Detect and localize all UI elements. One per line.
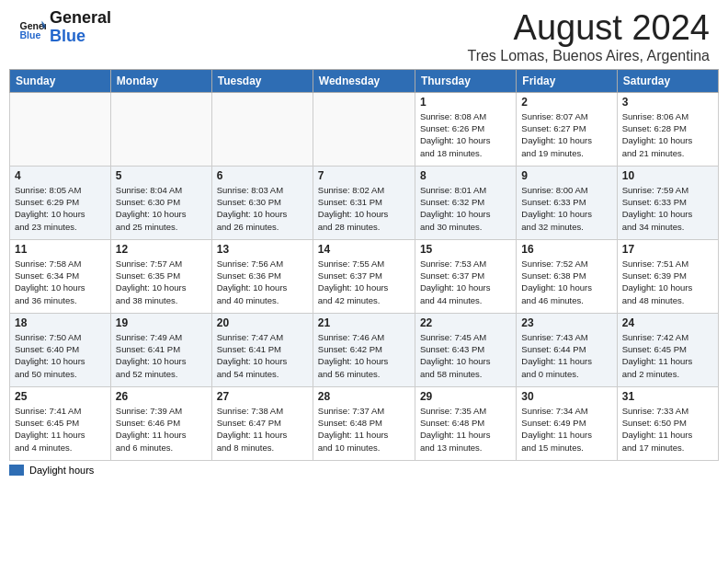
calendar-day-cell: 7Sunrise: 8:02 AM Sunset: 6:31 PM Daylig… (313, 166, 415, 239)
day-info: Sunrise: 8:07 AM Sunset: 6:27 PM Dayligh… (521, 110, 611, 159)
calendar-day-cell: 14Sunrise: 7:55 AM Sunset: 6:37 PM Dayli… (313, 239, 415, 313)
calendar-day-cell: 29Sunrise: 7:35 AM Sunset: 6:48 PM Dayli… (415, 386, 516, 460)
day-number: 23 (521, 316, 611, 329)
day-number: 18 (15, 316, 106, 329)
calendar-day-cell: 2Sunrise: 8:07 AM Sunset: 6:27 PM Daylig… (517, 92, 617, 166)
day-number: 10 (622, 169, 713, 182)
day-info: Sunrise: 8:00 AM Sunset: 6:33 PM Dayligh… (521, 184, 611, 233)
calendar-day-cell: 13Sunrise: 7:56 AM Sunset: 6:36 PM Dayli… (211, 239, 313, 313)
day-info: Sunrise: 7:55 AM Sunset: 6:37 PM Dayligh… (318, 258, 410, 306)
calendar-day-cell: 26Sunrise: 7:39 AM Sunset: 6:46 PM Dayli… (110, 386, 211, 460)
legend-label: Daylight hours (29, 465, 94, 476)
calendar-empty-cell (110, 92, 211, 166)
day-info: Sunrise: 7:51 AM Sunset: 6:39 PM Dayligh… (622, 258, 713, 306)
day-info: Sunrise: 7:56 AM Sunset: 6:36 PM Dayligh… (217, 258, 308, 306)
calendar-empty-cell (313, 92, 415, 166)
day-number: 8 (420, 169, 511, 182)
weekday-header: Friday (517, 69, 617, 92)
day-number: 6 (217, 169, 308, 182)
svg-text:Blue: Blue (20, 29, 41, 40)
calendar-day-cell: 11Sunrise: 7:58 AM Sunset: 6:34 PM Dayli… (10, 239, 111, 313)
day-number: 2 (521, 96, 611, 109)
weekday-header: Saturday (617, 69, 718, 92)
day-info: Sunrise: 7:39 AM Sunset: 6:46 PM Dayligh… (116, 405, 207, 454)
day-info: Sunrise: 7:46 AM Sunset: 6:42 PM Dayligh… (318, 331, 410, 380)
day-number: 16 (521, 243, 611, 256)
header: General Blue General Blue August 2024 Tr… (0, 0, 728, 69)
day-number: 7 (318, 169, 410, 182)
calendar-day-cell: 4Sunrise: 8:05 AM Sunset: 6:29 PM Daylig… (10, 166, 111, 239)
day-info: Sunrise: 7:59 AM Sunset: 6:33 PM Dayligh… (622, 184, 713, 233)
day-info: Sunrise: 7:41 AM Sunset: 6:45 PM Dayligh… (15, 405, 106, 454)
calendar-day-cell: 16Sunrise: 7:52 AM Sunset: 6:38 PM Dayli… (517, 239, 617, 313)
day-number: 31 (622, 390, 713, 403)
logo: General Blue General Blue (18, 9, 111, 46)
weekday-header: Monday (110, 69, 211, 92)
location: Tres Lomas, Buenos Aires, Argentina (467, 48, 710, 64)
day-info: Sunrise: 7:57 AM Sunset: 6:35 PM Dayligh… (116, 258, 207, 306)
weekday-header: Sunday (10, 69, 111, 92)
day-info: Sunrise: 7:34 AM Sunset: 6:49 PM Dayligh… (521, 405, 611, 454)
calendar-day-cell: 23Sunrise: 7:43 AM Sunset: 6:44 PM Dayli… (517, 313, 617, 386)
calendar-day-cell: 25Sunrise: 7:41 AM Sunset: 6:45 PM Dayli… (10, 386, 111, 460)
day-number: 11 (15, 243, 106, 256)
day-number: 1 (420, 96, 511, 109)
day-info: Sunrise: 8:06 AM Sunset: 6:28 PM Dayligh… (622, 110, 713, 159)
day-number: 20 (217, 316, 308, 329)
calendar-table: SundayMondayTuesdayWednesdayThursdayFrid… (9, 69, 719, 461)
day-info: Sunrise: 7:47 AM Sunset: 6:41 PM Dayligh… (217, 331, 308, 380)
day-info: Sunrise: 8:04 AM Sunset: 6:30 PM Dayligh… (116, 184, 207, 233)
calendar-day-cell: 15Sunrise: 7:53 AM Sunset: 6:37 PM Dayli… (415, 239, 516, 313)
calendar-day-cell: 20Sunrise: 7:47 AM Sunset: 6:41 PM Dayli… (211, 313, 313, 386)
day-info: Sunrise: 7:42 AM Sunset: 6:45 PM Dayligh… (622, 331, 713, 380)
legend: Daylight hours (0, 461, 728, 479)
day-info: Sunrise: 7:58 AM Sunset: 6:34 PM Dayligh… (15, 258, 106, 306)
day-info: Sunrise: 7:52 AM Sunset: 6:38 PM Dayligh… (521, 258, 611, 306)
calendar-day-cell: 28Sunrise: 7:37 AM Sunset: 6:48 PM Dayli… (313, 386, 415, 460)
day-number: 26 (116, 390, 207, 403)
day-info: Sunrise: 7:37 AM Sunset: 6:48 PM Dayligh… (318, 405, 410, 454)
day-number: 25 (15, 390, 106, 403)
day-info: Sunrise: 7:33 AM Sunset: 6:50 PM Dayligh… (622, 405, 713, 454)
title-area: August 2024 Tres Lomas, Buenos Aires, Ar… (467, 9, 710, 64)
day-number: 30 (521, 390, 611, 403)
calendar-day-cell: 8Sunrise: 8:01 AM Sunset: 6:32 PM Daylig… (415, 166, 516, 239)
calendar-day-cell: 1Sunrise: 8:08 AM Sunset: 6:26 PM Daylig… (415, 92, 516, 166)
day-number: 27 (217, 390, 308, 403)
day-info: Sunrise: 7:53 AM Sunset: 6:37 PM Dayligh… (420, 258, 511, 306)
day-number: 4 (15, 169, 106, 182)
day-number: 14 (318, 243, 410, 256)
day-info: Sunrise: 7:43 AM Sunset: 6:44 PM Dayligh… (521, 331, 611, 380)
calendar-day-cell: 19Sunrise: 7:49 AM Sunset: 6:41 PM Dayli… (110, 313, 211, 386)
calendar-empty-cell (10, 92, 111, 166)
day-number: 19 (116, 316, 207, 329)
day-info: Sunrise: 7:35 AM Sunset: 6:48 PM Dayligh… (420, 405, 511, 454)
calendar-day-cell: 22Sunrise: 7:45 AM Sunset: 6:43 PM Dayli… (415, 313, 516, 386)
calendar-day-cell: 17Sunrise: 7:51 AM Sunset: 6:39 PM Dayli… (617, 239, 718, 313)
day-info: Sunrise: 8:08 AM Sunset: 6:26 PM Dayligh… (420, 110, 511, 159)
calendar-day-cell: 6Sunrise: 8:03 AM Sunset: 6:30 PM Daylig… (211, 166, 313, 239)
calendar-day-cell: 27Sunrise: 7:38 AM Sunset: 6:47 PM Dayli… (211, 386, 313, 460)
calendar-day-cell: 21Sunrise: 7:46 AM Sunset: 6:42 PM Dayli… (313, 313, 415, 386)
calendar-empty-cell (211, 92, 313, 166)
day-number: 24 (622, 316, 713, 329)
day-info: Sunrise: 7:49 AM Sunset: 6:41 PM Dayligh… (116, 331, 207, 380)
month-year: August 2024 (467, 9, 710, 48)
day-number: 17 (622, 243, 713, 256)
calendar-day-cell: 31Sunrise: 7:33 AM Sunset: 6:50 PM Dayli… (617, 386, 718, 460)
day-number: 15 (420, 243, 511, 256)
weekday-header: Wednesday (313, 69, 415, 92)
day-number: 22 (420, 316, 511, 329)
day-number: 29 (420, 390, 511, 403)
day-number: 13 (217, 243, 308, 256)
day-number: 5 (116, 169, 207, 182)
calendar-day-cell: 24Sunrise: 7:42 AM Sunset: 6:45 PM Dayli… (617, 313, 718, 386)
day-info: Sunrise: 7:45 AM Sunset: 6:43 PM Dayligh… (420, 331, 511, 380)
calendar-day-cell: 18Sunrise: 7:50 AM Sunset: 6:40 PM Dayli… (10, 313, 111, 386)
day-number: 12 (116, 243, 207, 256)
calendar-day-cell: 9Sunrise: 8:00 AM Sunset: 6:33 PM Daylig… (517, 166, 617, 239)
calendar-day-cell: 30Sunrise: 7:34 AM Sunset: 6:49 PM Dayli… (517, 386, 617, 460)
day-info: Sunrise: 8:03 AM Sunset: 6:30 PM Dayligh… (217, 184, 308, 233)
logo-text: General Blue (50, 9, 111, 46)
calendar-day-cell: 12Sunrise: 7:57 AM Sunset: 6:35 PM Dayli… (110, 239, 211, 313)
